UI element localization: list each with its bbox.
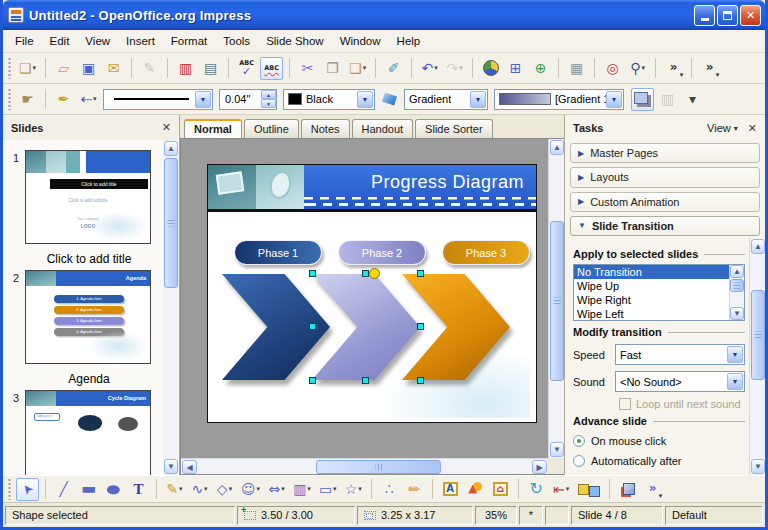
- autospellcheck-icon[interactable]: ABC: [260, 57, 283, 80]
- fontwork-icon[interactable]: A: [439, 478, 462, 501]
- slide-editing-area[interactable]: Progress Diagram Phase 1 Phase 2 Phase 3: [207, 164, 537, 423]
- phase-2-pill[interactable]: Phase 2: [338, 240, 426, 265]
- line-width-spinner[interactable]: 0.04" ▲ ▼: [219, 89, 277, 110]
- menu-item-help[interactable]: Help: [389, 32, 429, 50]
- gallery-icon[interactable]: ⌂: [489, 478, 512, 501]
- menu-item-format[interactable]: Format: [163, 32, 215, 50]
- tasks-section-slide-transition[interactable]: ▼ Slide Transition: [570, 216, 760, 236]
- scrollbar-thumb[interactable]: [550, 221, 564, 381]
- dropdown-arrow-icon[interactable]: ▾: [642, 64, 646, 72]
- listbox-scrollbar[interactable]: ▲ ▼: [729, 265, 744, 320]
- scrollbar-thumb[interactable]: [164, 158, 178, 288]
- glue-points-icon[interactable]: ✏: [403, 478, 426, 501]
- dropdown-arrow-icon[interactable]: ▾: [333, 485, 337, 493]
- minimize-button[interactable]: [694, 5, 715, 26]
- slides-panel-close-icon[interactable]: ✕: [162, 121, 171, 134]
- speed-select[interactable]: Fast ▼: [615, 344, 745, 365]
- dropdown-arrow-icon[interactable]: ▾: [204, 485, 208, 493]
- slide-3-thumbnail[interactable]: Cycle Diagram add your t: [25, 390, 151, 475]
- dropdown-arrow-icon[interactable]: ▼: [727, 373, 743, 390]
- paste-icon[interactable]: ❑▾: [346, 57, 369, 80]
- print-icon[interactable]: ▤: [199, 57, 222, 80]
- open-icon[interactable]: ▱: [52, 57, 75, 80]
- dropdown-arrow-icon[interactable]: ▾: [358, 485, 362, 493]
- flowchart-icon[interactable]: ▥▾: [290, 478, 314, 501]
- export-pdf-icon[interactable]: ▥: [174, 57, 197, 80]
- bar-more-icon[interactable]: ▾: [681, 88, 704, 111]
- tasks-scrollbar[interactable]: ▲ ▼: [749, 238, 765, 475]
- dropdown-arrow-icon[interactable]: ▾: [229, 485, 233, 493]
- tab-handout[interactable]: Handout: [352, 119, 414, 138]
- tab-slide-sorter[interactable]: Slide Sorter: [415, 119, 492, 138]
- advance-option-mouse-click[interactable]: On mouse click: [573, 435, 745, 447]
- line-tool-icon[interactable]: ╱: [52, 478, 75, 501]
- format-paintbrush-icon[interactable]: ✐: [382, 57, 405, 80]
- slide-2-thumbnail[interactable]: Agenda 1. Agenda Item2. Agenda Item3. Ag…: [25, 270, 151, 364]
- dropdown-arrow-icon[interactable]: ▾: [281, 485, 285, 493]
- dropdown-arrow-icon[interactable]: ▼: [195, 91, 211, 108]
- rectangle-icon[interactable]: ▬: [77, 478, 100, 501]
- advance-option-automatic[interactable]: Automatically after: [573, 455, 745, 467]
- toolbar-grip[interactable]: [7, 88, 12, 110]
- line-color-select[interactable]: Black ▼: [283, 89, 375, 110]
- selection-handle[interactable]: [417, 270, 424, 277]
- selection-handle[interactable]: [309, 270, 316, 277]
- tab-normal[interactable]: Normal: [184, 119, 242, 138]
- basic-shapes-icon[interactable]: ◇▾: [213, 478, 236, 501]
- maximize-button[interactable]: [717, 5, 738, 26]
- save-icon[interactable]: ▣: [77, 57, 100, 80]
- hyperlink-icon[interactable]: ⊕: [529, 57, 552, 80]
- adjust-handle[interactable]: [369, 268, 380, 279]
- dropdown-arrow-icon[interactable]: ▾: [33, 64, 37, 72]
- connector-icon[interactable]: ∿▾: [188, 478, 211, 501]
- copy-icon[interactable]: ❐: [321, 57, 344, 80]
- selection-handle[interactable]: [417, 323, 424, 330]
- dropdown-arrow-icon[interactable]: ▼: [357, 91, 373, 108]
- transition-listbox[interactable]: No TransitionWipe UpWipe RightWipe Left …: [573, 264, 745, 321]
- dropdown-arrow-icon[interactable]: ▾: [566, 485, 570, 493]
- transition-option[interactable]: Wipe Left: [574, 307, 729, 321]
- canvas-vertical-scrollbar[interactable]: ▲ ▼: [548, 139, 564, 458]
- spin-down-icon[interactable]: ▼: [261, 99, 276, 108]
- tasks-section-custom-animation[interactable]: ▶ Custom Animation: [570, 192, 760, 212]
- dropdown-arrow-icon[interactable]: ▼: [470, 91, 486, 108]
- curve-icon[interactable]: ✎▾: [163, 478, 186, 501]
- scroll-down-icon[interactable]: ▼: [550, 442, 564, 457]
- text-icon[interactable]: T: [127, 478, 150, 501]
- dropdown-arrow-icon[interactable]: ▾: [434, 64, 438, 72]
- scroll-up-icon[interactable]: ▲: [550, 140, 564, 155]
- dropdown-arrow-icon[interactable]: ▾: [590, 485, 594, 493]
- spin-up-icon[interactable]: ▲: [261, 90, 276, 99]
- tasks-view-button[interactable]: View ▾: [707, 122, 738, 134]
- radio-unselected-icon[interactable]: [573, 455, 585, 467]
- menu-item-file[interactable]: File: [7, 32, 42, 50]
- scrollbar-thumb[interactable]: [751, 290, 765, 380]
- menu-item-tools[interactable]: Tools: [215, 32, 258, 50]
- scrollbar-thumb[interactable]: [730, 279, 744, 292]
- zoom-icon[interactable]: ⚲▾: [626, 57, 649, 80]
- area-fill-icon[interactable]: [378, 88, 401, 111]
- navigator-icon[interactable]: ◎: [601, 57, 624, 80]
- tasks-panel-close-icon[interactable]: ✕: [748, 122, 757, 135]
- grid-icon[interactable]: ▦: [565, 57, 588, 80]
- dropdown-arrow-icon[interactable]: ▾: [459, 64, 463, 72]
- selection-handle[interactable]: [362, 270, 369, 277]
- symbol-shapes-icon[interactable]: ☺▾: [238, 478, 263, 501]
- close-button[interactable]: [740, 5, 761, 26]
- block-arrows-icon[interactable]: ⇔▾: [265, 478, 288, 501]
- scroll-up-icon[interactable]: ▲: [164, 141, 178, 156]
- scroll-down-icon[interactable]: ▼: [730, 307, 744, 320]
- line-style-select[interactable]: ▼: [103, 89, 213, 110]
- cut-icon[interactable]: ✂: [296, 57, 319, 80]
- dropdown-arrow-icon[interactable]: ▼: [727, 346, 743, 363]
- line-icon[interactable]: ✒: [52, 88, 75, 111]
- tasks-section-layouts[interactable]: ▶ Layouts: [570, 167, 760, 187]
- canvas-horizontal-scrollbar[interactable]: ◀ ▶: [181, 458, 548, 474]
- dropdown-arrow-icon[interactable]: ▾: [363, 64, 367, 72]
- shadow-icon[interactable]: [631, 88, 654, 111]
- transition-option[interactable]: Wipe Right: [574, 293, 729, 307]
- scroll-up-icon[interactable]: ▲: [751, 239, 765, 254]
- gradient-select[interactable]: [Gradient 1 ▼: [494, 89, 624, 110]
- callout-icon[interactable]: ▭▾: [316, 478, 340, 501]
- scrollbar-thumb[interactable]: [316, 460, 441, 474]
